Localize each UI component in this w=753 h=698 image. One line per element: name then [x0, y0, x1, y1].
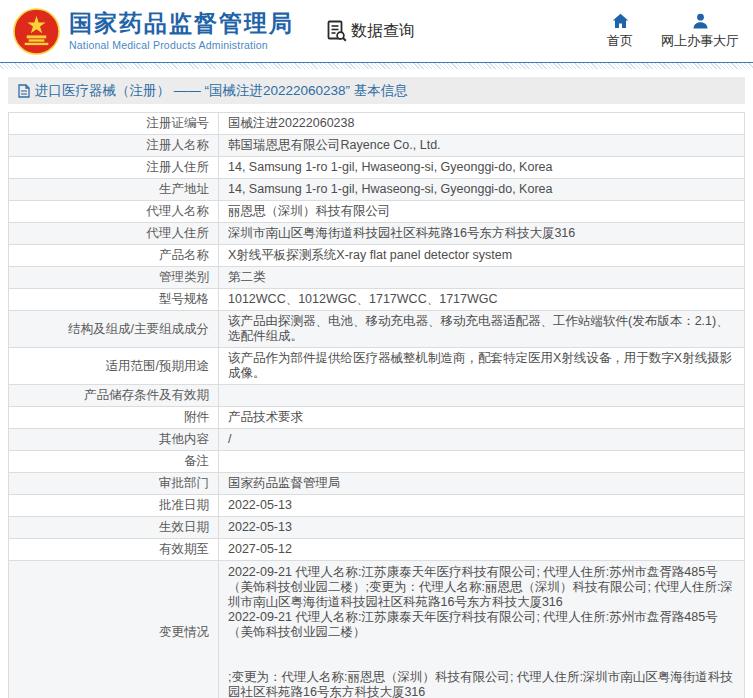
row-label: 审批部门: [9, 473, 219, 495]
table-row: 注册人住所14, Samsung 1-ro 1-gil, Hwaseong-si…: [9, 157, 745, 179]
row-label: 生效日期: [9, 517, 219, 539]
table-row: 型号规格1012WCC、1012WGC、1717WCC、1717WGC: [9, 289, 745, 311]
site-header: 国家药品监督管理局 National Medical Products Admi…: [0, 0, 753, 62]
menu-data-query-label: 数据查询: [351, 21, 415, 42]
nav-item-home-label: 首页: [607, 32, 633, 50]
table-row: 产品储存条件及有效期: [9, 385, 745, 407]
site-title-cn: 国家药品监督管理局: [69, 11, 294, 36]
table-row: 注册证编号国械注进20222060238: [9, 113, 745, 135]
row-label: 其他内容: [9, 429, 219, 451]
row-label: 附件: [9, 407, 219, 429]
header-separator: [0, 62, 753, 69]
row-value: 2022-05-13: [219, 495, 745, 517]
row-value: 国家药品监督管理局: [219, 473, 745, 495]
registration-info-table: 注册证编号国械注进20222060238 注册人名称韩国瑞恩思有限公司Rayen…: [8, 112, 745, 698]
document-search-icon: [327, 20, 347, 42]
nav-item-home[interactable]: 首页: [607, 13, 633, 50]
person-icon: [692, 13, 709, 29]
row-value: 韩国瑞恩思有限公司Rayence Co., Ltd.: [219, 135, 745, 157]
row-value: [219, 451, 745, 473]
row-label: 变更情况: [9, 561, 219, 698]
home-icon: [612, 13, 629, 29]
row-label: 注册人住所: [9, 157, 219, 179]
row-label: 产品名称: [9, 245, 219, 267]
row-label: 结构及组成/主要组成成分: [9, 311, 219, 348]
table-row: 备注: [9, 451, 745, 473]
menu-data-query[interactable]: 数据查询: [327, 20, 415, 42]
table-row: 代理人名称丽恩思（深圳）科技有限公司: [9, 201, 745, 223]
row-label: 批准日期: [9, 495, 219, 517]
row-label: 管理类别: [9, 267, 219, 289]
table-row: 附件产品技术要求: [9, 407, 745, 429]
table-row: 注册人名称韩国瑞恩思有限公司Rayence Co., Ltd.: [9, 135, 745, 157]
row-value: 该产品由探测器、电池、移动充电器、移动充电器适配器、工作站端软件(发布版本：2.…: [219, 311, 745, 348]
table-row: 适用范围/预期用途该产品作为部件提供给医疗器械整机制造商，配套特定医用X射线设备…: [9, 348, 745, 385]
row-label: 备注: [9, 451, 219, 473]
site-title-en: National Medical Products Administration: [69, 39, 294, 51]
nmpa-logo[interactable]: 国家药品监督管理局 National Medical Products Admi…: [13, 8, 294, 55]
row-value: 1012WCC、1012WGC、1717WCC、1717WGC: [219, 289, 745, 311]
row-label: 适用范围/预期用途: [9, 348, 219, 385]
row-label: 注册证编号: [9, 113, 219, 135]
breadcrumb-text: 进口医疗器械（注册） —— “国械注进20222060238” 基本信息: [35, 82, 408, 100]
table-row: 审批部门国家药品监督管理局: [9, 473, 745, 495]
row-value: 2022-05-13: [219, 517, 745, 539]
row-value-change-info: 2022-09-21 代理人名称:江苏康泰天年医疗科技有限公司; 代理人住所:苏…: [219, 561, 745, 698]
table-row: 代理人住所深圳市南山区粤海街道科技园社区科苑路16号东方科技大厦316: [9, 223, 745, 245]
row-label: 注册人名称: [9, 135, 219, 157]
main-content: 进口医疗器械（注册） —— “国械注进20222060238” 基本信息 注册证…: [0, 69, 753, 698]
table-row: 结构及组成/主要组成成分该产品由探测器、电池、移动充电器、移动充电器适配器、工作…: [9, 311, 745, 348]
table-row: 有效期至2027-05-12: [9, 539, 745, 561]
breadcrumb: 进口医疗器械（注册） —— “国械注进20222060238” 基本信息: [8, 77, 745, 104]
row-value: 该产品作为部件提供给医疗器械整机制造商，配套特定医用X射线设备，用于数字X射线摄…: [219, 348, 745, 385]
row-value: 丽恩思（深圳）科技有限公司: [219, 201, 745, 223]
table-row: 生产地址14, Samsung 1-ro 1-gil, Hwaseong-si,…: [9, 179, 745, 201]
row-label: 生产地址: [9, 179, 219, 201]
document-icon: [18, 84, 30, 98]
row-value: 国械注进20222060238: [219, 113, 745, 135]
table-row-change-info: 变更情况2022-09-21 代理人名称:江苏康泰天年医疗科技有限公司; 代理人…: [9, 561, 745, 698]
row-value: X射线平板探测系统X-ray flat panel detector syste…: [219, 245, 745, 267]
row-label: 有效期至: [9, 539, 219, 561]
row-value: 深圳市南山区粤海街道科技园社区科苑路16号东方科技大厦316: [219, 223, 745, 245]
row-value: /: [219, 429, 745, 451]
table-row: 产品名称X射线平板探测系统X-ray flat panel detector s…: [9, 245, 745, 267]
row-label: 产品储存条件及有效期: [9, 385, 219, 407]
nav-item-service-hall-label: 网上办事大厅: [661, 32, 739, 50]
row-label: 型号规格: [9, 289, 219, 311]
national-emblem-icon: [13, 8, 60, 55]
table-row: 生效日期2022-05-13: [9, 517, 745, 539]
row-label: 代理人住所: [9, 223, 219, 245]
table-row: 管理类别第二类: [9, 267, 745, 289]
row-value: 14, Samsung 1-ro 1-gil, Hwaseong-si, Gye…: [219, 179, 745, 201]
table-row: 其他内容/: [9, 429, 745, 451]
row-value: 2027-05-12: [219, 539, 745, 561]
row-value: 第二类: [219, 267, 745, 289]
header-nav: 首页 网上办事大厅: [607, 13, 739, 50]
site-title: 国家药品监督管理局 National Medical Products Admi…: [69, 11, 294, 50]
table-row: 批准日期2022-05-13: [9, 495, 745, 517]
row-value: 产品技术要求: [219, 407, 745, 429]
row-value: 14, Samsung 1-ro 1-gil, Hwaseong-si, Gye…: [219, 157, 745, 179]
nav-item-service-hall[interactable]: 网上办事大厅: [661, 13, 739, 50]
row-value: [219, 385, 745, 407]
row-label: 代理人名称: [9, 201, 219, 223]
